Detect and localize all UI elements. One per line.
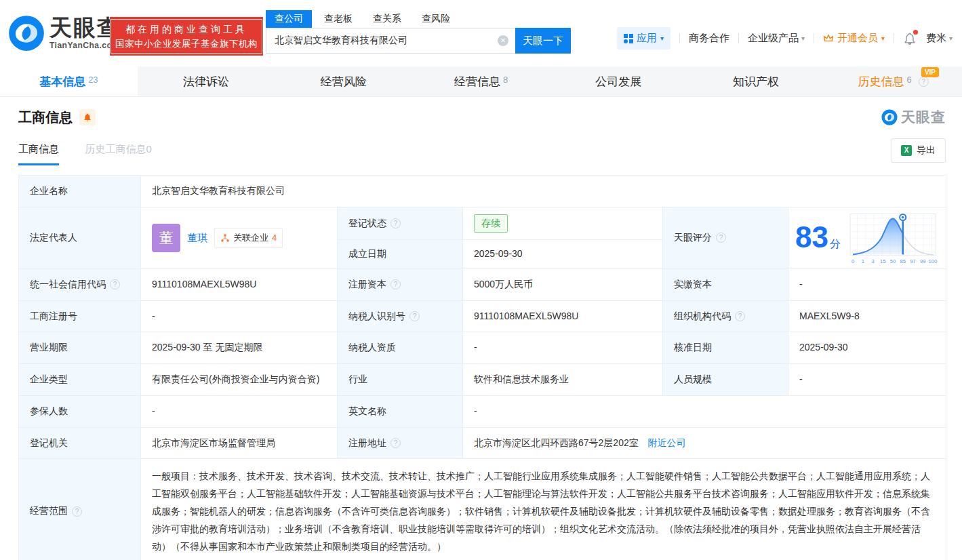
promo-line2: 国家中小企业发展子基金旗下机构	[115, 37, 258, 51]
nearby-companies-link[interactable]: 附近公司	[648, 437, 686, 448]
subtab-business-info[interactable]: 工商信息	[18, 143, 59, 165]
user-menu[interactable]: 费米 ▾	[926, 32, 953, 45]
help-icon[interactable]: ?	[110, 279, 120, 289]
apps-label: 应用	[637, 32, 657, 45]
table-row: 统一社会信用代码? 91110108MAEXL5W98U 注册资本? 5000万…	[19, 269, 946, 301]
field-label: 法定代表人	[19, 207, 141, 268]
main-tab-bar: 基本信息 23 法律诉讼 经营风险 经营信息 8 公司发展 知识产权 历史信息 …	[0, 66, 962, 97]
help-icon[interactable]: ?	[409, 311, 420, 321]
chevron-down-icon: ▾	[660, 35, 664, 42]
search-tabs: 查公司 查老板 查关系 查风险	[266, 9, 571, 28]
help-icon[interactable]: ?	[390, 218, 401, 228]
nav-vip[interactable]: 开通会员 ▾	[823, 32, 885, 45]
svg-text:1: 1	[862, 258, 864, 264]
company-type-value: 有限责任公司(外商投资企业与内资合资)	[141, 364, 338, 396]
subtab-history-business-info[interactable]: 历史工商信息0	[85, 143, 151, 163]
svg-text:99: 99	[920, 258, 925, 264]
table-row: 法定代表人 董 董琪 关联企业 4	[19, 207, 946, 240]
related-count: 4	[272, 231, 277, 245]
establish-date-value: 2025-09-30	[463, 240, 663, 269]
field-label: 参保人数	[19, 395, 141, 427]
svg-text:100: 100	[928, 258, 937, 264]
field-label: 核准日期	[663, 332, 788, 364]
table-row: 登记机关 北京市海淀区市场监督管理局 注册地址? 北京市海淀区北四环西路67号2…	[19, 427, 946, 459]
field-label: 注册地址?	[338, 427, 463, 459]
subscribe-bell-button[interactable]	[79, 109, 96, 125]
tab-legal-proceedings[interactable]: 法律诉讼	[138, 66, 275, 96]
field-label: 成立日期	[338, 240, 463, 269]
help-icon[interactable]: ?	[735, 311, 745, 321]
svg-text:50: 50	[890, 258, 896, 264]
tab-intellectual-property[interactable]: 知识产权	[687, 66, 825, 96]
biz-coop-label: 商务合作	[689, 32, 729, 45]
tab-company-development[interactable]: 公司发展	[550, 66, 687, 96]
brand-logo[interactable]: 天眼查 TianYanCha.com	[8, 15, 121, 52]
field-label: 注册资本?	[338, 269, 463, 301]
chevron-down-icon: ▾	[949, 35, 953, 42]
username: 费米	[926, 32, 946, 45]
score-cell: 83分	[788, 207, 946, 268]
field-label: 企业名称	[19, 176, 141, 207]
english-name-value: -	[463, 395, 946, 427]
field-label: 人员规模	[663, 364, 788, 396]
tab-basic-info[interactable]: 基本信息 23	[0, 66, 138, 96]
tianyancha-logo-icon	[881, 109, 898, 125]
field-label: 纳税人识别号?	[338, 300, 463, 332]
field-label: 营业期限	[19, 332, 141, 364]
bell-icon	[83, 113, 92, 122]
search-button[interactable]: 天眼一下	[515, 28, 571, 54]
field-label: 纳税人资质	[338, 332, 463, 364]
search-tab-relation[interactable]: 查关系	[373, 10, 401, 28]
tab-operating-info[interactable]: 经营信息 8	[412, 66, 550, 96]
vip-label: 开通会员	[837, 32, 878, 45]
business-info-table: 企业名称 北京智启文华教育科技有限公司 法定代表人 董 董琪 关联企业	[18, 175, 946, 560]
search-tab-company[interactable]: 查公司	[266, 10, 312, 28]
industry-value: 软件和信息技术服务业	[463, 364, 663, 396]
top-nav: 应用 ▾ 商务合作 企业级产品 ▾ 开通会员 ▾ 费米 ▾	[617, 27, 953, 49]
nav-biz-coop[interactable]: 商务合作	[689, 32, 729, 45]
score-distribution-chart: 0 1 3 15 50 85 97 99 100	[849, 211, 938, 265]
export-button[interactable]: X 导出	[891, 138, 946, 163]
approval-date-value: 2025-09-30	[788, 332, 946, 364]
reg-number-value: -	[141, 300, 338, 332]
notification-bell[interactable]	[903, 32, 917, 45]
help-icon[interactable]: ?	[72, 506, 82, 517]
business-term-value: 2025-09-30 至 无固定期限	[141, 332, 338, 364]
avatar[interactable]: 董	[152, 224, 180, 252]
table-row: 经营范围? 一般项目：技术服务、技术开发、技术咨询、技术交流、技术转让、技术推广…	[19, 459, 946, 560]
tab-history-info[interactable]: 历史信息 6 ? VIP	[824, 66, 962, 96]
search-tab-boss[interactable]: 查老板	[324, 10, 353, 28]
help-icon[interactable]: ?	[390, 438, 401, 448]
search-tab-risk[interactable]: 查风险	[422, 10, 450, 28]
help-icon[interactable]: ?	[390, 279, 401, 289]
related-companies-badge[interactable]: 关联企业 4	[214, 228, 283, 248]
status-badge: 存续	[474, 214, 508, 233]
vip-badge: VIP	[921, 67, 939, 77]
svg-text:15: 15	[880, 258, 885, 264]
field-label: 实缴资本	[663, 269, 788, 301]
business-scope-value: 一般项目：技术服务、技术开发、技术咨询、技术交流、技术转让、技术推广；人工智能行…	[141, 459, 946, 560]
help-icon[interactable]: ?	[716, 233, 726, 243]
clear-icon[interactable]: ✕	[498, 35, 508, 46]
help-icon[interactable]: ?	[919, 77, 929, 87]
field-label: 天眼评分?	[663, 207, 788, 268]
tianyancha-logo-icon	[8, 15, 45, 52]
legal-rep-link[interactable]: 董琪	[187, 230, 207, 245]
field-label: 登记状态?	[338, 207, 463, 240]
reg-status-cell: 存续	[463, 207, 663, 240]
tab-operating-risk[interactable]: 经营风险	[275, 66, 412, 96]
svg-text:85: 85	[900, 258, 905, 264]
header: 天眼查 TianYanCha.com 都在用的商业查询工具 国家中小企业发展子基…	[0, 0, 962, 66]
field-label: 组织机构代码?	[663, 300, 788, 332]
nav-enterprise-products[interactable]: 企业级产品 ▾	[748, 32, 805, 45]
insured-count-value: -	[141, 395, 338, 427]
promo-line1: 都在用的商业查询工具	[115, 22, 258, 37]
legal-rep-cell: 董 董琪 关联企业 4	[141, 207, 338, 268]
reg-address-cell: 北京市海淀区北四环西路67号2层202室 附近公司	[463, 427, 946, 459]
apps-menu[interactable]: 应用 ▾	[617, 27, 670, 49]
field-label: 经营范围?	[19, 459, 141, 560]
field-label: 行业	[338, 364, 463, 396]
company-name-value: 北京智启文华教育科技有限公司	[141, 176, 946, 207]
search-input[interactable]	[266, 28, 515, 54]
table-row: 企业名称 北京智启文华教育科技有限公司	[19, 176, 946, 207]
